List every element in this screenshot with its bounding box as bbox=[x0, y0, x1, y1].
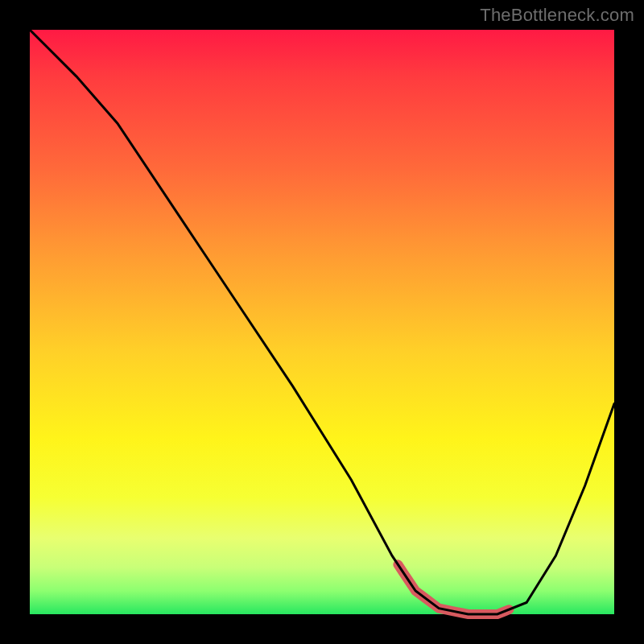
plot-area bbox=[30, 30, 614, 614]
bottleneck-curve bbox=[30, 30, 614, 614]
curve-layer bbox=[30, 30, 614, 614]
chart-frame: TheBottleneck.com bbox=[0, 0, 644, 644]
watermark-text: TheBottleneck.com bbox=[480, 5, 634, 26]
